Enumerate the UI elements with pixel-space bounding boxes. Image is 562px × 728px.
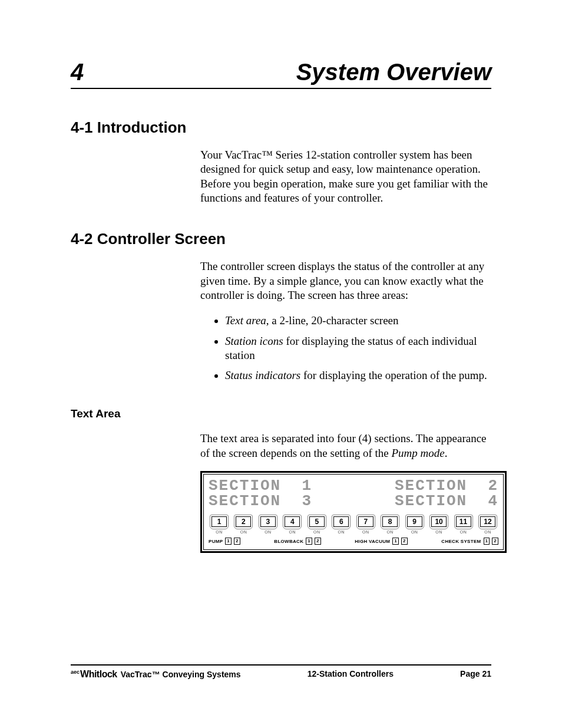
station-on-label: ON xyxy=(429,530,448,534)
list-item-em: Status indicators xyxy=(225,369,300,381)
list-item: Text area, a 2-line, 20-character screen xyxy=(225,314,491,328)
station-number: 12 xyxy=(480,516,495,527)
status-pump: PUMP 1 2 xyxy=(209,538,240,545)
status-indicator-box: 2 xyxy=(492,538,498,545)
list-item-em: Text area xyxy=(225,314,266,327)
station-on-label: ON xyxy=(478,530,497,534)
chapter-title: System Overview xyxy=(296,59,491,85)
section-heading-4-1: 4-1 Introduction xyxy=(71,118,491,137)
station-on-label: ON xyxy=(283,530,302,534)
footer-product: VacTrac™ Conveying Systems xyxy=(121,670,241,679)
controller-panel-inner: SECTION 1 SECTION 2 SECTION 3 SECTION 4 … xyxy=(203,474,504,550)
status-indicator-box: 1 xyxy=(306,538,312,545)
list-item: Status indicators for displaying the ope… xyxy=(225,368,491,383)
status-label: BLOWBACK xyxy=(274,539,303,544)
status-label: CHECK SYSTEM xyxy=(441,539,481,544)
station-icon: 2ON xyxy=(234,515,253,534)
list-item-text: for displaying the operation of the pump… xyxy=(300,369,487,381)
intro-paragraph: Your VacTrac™ Series 12-station controll… xyxy=(200,148,491,205)
status-indicator-box: 1 xyxy=(392,538,399,545)
lcd-row-1: SECTION 1 SECTION 2 xyxy=(209,478,498,493)
status-label: HIGH VACUUM xyxy=(355,539,390,544)
station-number: 11 xyxy=(456,516,471,527)
station-icon: 4ON xyxy=(283,515,302,534)
station-on-label: ON xyxy=(332,530,351,534)
footer-page-number: Page 21 xyxy=(460,669,491,680)
station-icon: 11ON xyxy=(454,515,473,534)
station-on-label: ON xyxy=(381,530,399,534)
section-heading-4-2: 4-2 Controller Screen xyxy=(71,230,491,248)
screen-areas-list: Text area, a 2-line, 20-character screen… xyxy=(200,314,491,383)
status-indicator-box: 2 xyxy=(401,538,408,545)
brand-logo: aecWhitlock xyxy=(71,669,117,680)
status-high-vacuum: HIGH VACUUM 1 2 xyxy=(355,538,408,545)
station-icon: 10ON xyxy=(429,515,448,534)
station-number: 5 xyxy=(309,516,325,527)
chapter-number: 4 xyxy=(71,59,84,85)
lcd-cell: SECTION 2 xyxy=(395,478,498,493)
controller-screen-paragraph: The controller screen displays the statu… xyxy=(200,259,491,302)
station-icon: 8ON xyxy=(381,515,399,534)
status-indicator-row: PUMP 1 2 BLOWBACK 1 2 HIGH VACUUM 1 2 CH… xyxy=(209,538,498,545)
footer-left: aecWhitlock VacTrac™ Conveying Systems xyxy=(71,669,241,680)
station-icon: 6ON xyxy=(332,515,351,534)
text-area-p-b: . xyxy=(445,447,448,459)
lcd-row-2: SECTION 3 SECTION 4 xyxy=(209,493,498,509)
station-number: 9 xyxy=(407,516,422,527)
list-item-text: , a 2-line, 20-character screen xyxy=(266,314,399,327)
status-blowback: BLOWBACK 1 2 xyxy=(274,538,320,545)
status-indicator-box: 1 xyxy=(225,538,232,545)
station-on-label: ON xyxy=(356,530,375,534)
station-number: 10 xyxy=(431,516,447,527)
status-indicator-box: 1 xyxy=(484,538,490,545)
list-item: Station icons for displaying the status … xyxy=(225,334,491,363)
status-label: PUMP xyxy=(209,539,223,544)
station-icon: 5ON xyxy=(308,515,326,534)
station-on-label: ON xyxy=(259,530,277,534)
lcd-cell: SECTION 1 xyxy=(209,478,312,493)
lcd-cell: SECTION 4 xyxy=(395,493,498,509)
station-icon: 7ON xyxy=(356,515,375,534)
station-number: 4 xyxy=(285,516,300,527)
station-on-label: ON xyxy=(234,530,253,534)
lcd-cell: SECTION 3 xyxy=(209,493,312,509)
page-footer: aecWhitlock VacTrac™ Conveying Systems 1… xyxy=(71,664,491,680)
station-number: 7 xyxy=(358,516,373,527)
station-on-label: ON xyxy=(454,530,473,534)
station-on-label: ON xyxy=(210,530,229,534)
subsection-heading-text-area: Text Area xyxy=(71,407,491,420)
text-area-p-em: Pump mode xyxy=(391,447,444,459)
station-icon: 12ON xyxy=(478,515,497,534)
station-icon-row: 1ON 2ON 3ON 4ON 5ON 6ON 7ON 8ON 9ON 10ON… xyxy=(209,515,498,534)
text-area-paragraph: The text area is separated into four (4)… xyxy=(200,431,491,460)
station-on-label: ON xyxy=(308,530,326,534)
brand-name: Whitlock xyxy=(80,669,117,679)
status-check-system: CHECK SYSTEM 1 2 xyxy=(441,538,498,545)
station-icon: 9ON xyxy=(405,515,424,534)
station-on-label: ON xyxy=(405,530,424,534)
station-icon: 1ON xyxy=(210,515,229,534)
brand-prefix: aec xyxy=(71,669,80,675)
list-item-em: Station icons xyxy=(225,335,283,347)
station-number: 3 xyxy=(260,516,276,527)
station-icon: 3ON xyxy=(259,515,277,534)
station-number: 6 xyxy=(333,516,349,527)
station-number: 8 xyxy=(382,516,398,527)
status-indicator-box: 2 xyxy=(234,538,240,545)
controller-panel-figure: SECTION 1 SECTION 2 SECTION 3 SECTION 4 … xyxy=(200,471,507,553)
station-number: 1 xyxy=(211,516,227,527)
status-indicator-box: 2 xyxy=(315,538,321,545)
footer-center: 12-Station Controllers xyxy=(308,669,394,680)
station-number: 2 xyxy=(236,516,251,527)
chapter-header: 4 System Overview xyxy=(71,59,491,89)
